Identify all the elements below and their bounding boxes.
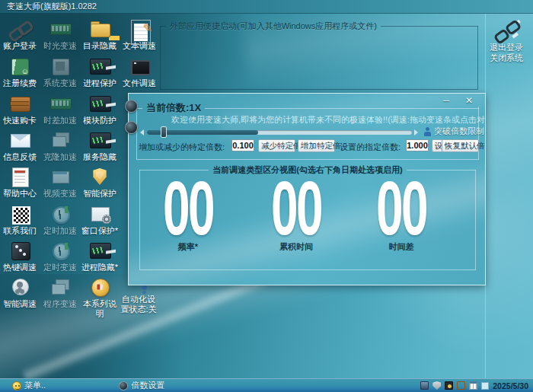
icon-label: 进程隐藏*	[80, 263, 120, 272]
icon-label: 账户登录	[0, 41, 40, 51]
monitor-chart-icon	[88, 94, 111, 113]
desktop-icon-window-protect[interactable]: 窗口保护*	[80, 203, 120, 236]
desktop-icon-text-speed[interactable]: 文本调速	[120, 18, 159, 51]
icon-label: 热键调速	[0, 263, 40, 272]
remote-desktop-icon[interactable]	[420, 381, 429, 390]
desktop-icon-module-protect[interactable]: 模块防护	[80, 93, 120, 126]
desktop-icon-file-speed[interactable]: 文件调速	[120, 56, 159, 88]
icon-label: 视频变速	[40, 189, 80, 199]
desktop-icon-contact-us[interactable]: 联系我们	[0, 203, 40, 236]
desktop-icon-process-hide[interactable]: 进程隐藏*	[80, 240, 120, 272]
app-face-icon[interactable]	[445, 381, 453, 390]
clock-icon	[49, 241, 72, 260]
icon-label: 帮助中心	[0, 189, 40, 199]
decrease-button[interactable]: 减少特定倍	[258, 139, 295, 152]
desktop-icon-hotkey-speed[interactable]: 热键调速	[0, 240, 40, 272]
hidden-desktop-icon-sliver[interactable]	[125, 121, 138, 134]
black-window-icon	[128, 56, 151, 76]
menu-button[interactable]: 菜单..	[0, 380, 46, 391]
folder-icon	[88, 19, 111, 39]
target-value-input[interactable]	[406, 139, 429, 151]
desktop-icon-smart-protect[interactable]: 智能保护	[80, 166, 120, 199]
multiplier-dialog: ─ ✕ 当前倍数:1X 欢迎使用变速大师,即将为您的计算机带来不同的极速体验!!…	[128, 93, 486, 285]
multiplier-settings-task-button[interactable]: 倍数设置	[119, 380, 164, 391]
shield-icon[interactable]	[432, 381, 441, 390]
icon-label: 文件调速	[120, 78, 159, 88]
counter-time-diff: 00 时间差	[354, 179, 448, 253]
break-limit-toggle[interactable]: 突破倍数限制	[424, 126, 484, 137]
ram-stick-icon	[49, 19, 72, 39]
logout-label-line2: 关闭系统	[484, 53, 528, 64]
icon-label: 时差加速	[40, 116, 80, 126]
dark-globe-icon	[119, 381, 128, 390]
desktop-icon-series-readme[interactable]: 本系列说明	[80, 276, 120, 319]
title-bar: 变速大师(旗舰版)1.0282	[0, 0, 533, 14]
desktop-icon-dir-hide[interactable]: 目录隐藏	[80, 18, 120, 51]
system-tray: 2025/5/30	[420, 381, 533, 390]
desktop-icon-help-center[interactable]: 帮助中心	[0, 166, 40, 199]
newspaper-icon	[8, 167, 31, 186]
icon-label: 信息反馈	[0, 152, 40, 162]
calendar-icon[interactable]	[469, 381, 477, 390]
icon-label: 模块防护	[80, 116, 120, 126]
broken-chain-icon	[495, 21, 518, 40]
external-app-launch-area	[160, 26, 478, 90]
person-lock-icon	[424, 127, 431, 136]
logout-label-line1: 退出登录	[484, 43, 528, 53]
monitor-chart-icon	[88, 130, 111, 150]
desktop-icon-timezone-accel[interactable]: 时差加速	[40, 93, 80, 126]
icon-label: 程序变速	[40, 299, 80, 309]
person-icon	[8, 277, 31, 297]
slider-right-arrow[interactable]	[414, 129, 418, 135]
cascade-windows-icon	[49, 277, 72, 297]
reset-button[interactable]: 恢复默认倍	[442, 139, 479, 152]
tray-date[interactable]: 2025/5/30	[493, 381, 528, 390]
icon-label: 智能保护	[80, 189, 120, 199]
desktop-icon-system-speed[interactable]: 系统变速	[40, 56, 80, 88]
qr-code-icon	[8, 204, 31, 224]
gray-module-icon	[49, 56, 72, 76]
desktop-icon-account-login[interactable]: 账户登录	[0, 18, 40, 51]
external-app-groupbox-label: 外部应用便捷启动(可加入其他Windows应用程序或文件)	[166, 21, 381, 32]
envelope-icon	[8, 130, 31, 150]
icon-label: 定时变速	[40, 263, 80, 272]
desktop-icon-buy-card[interactable]: 快速购卡	[0, 93, 40, 126]
multiplier-groupbox-header: 当前倍数:1X	[136, 101, 479, 115]
desktop-icon-timed-accel[interactable]: 定时加速	[40, 203, 80, 236]
slider-thumb[interactable]	[161, 126, 167, 138]
wallet-icon	[8, 94, 31, 113]
desktop-icon-logout-shutdown[interactable]: 退出登录 关闭系统	[484, 20, 528, 64]
speed-slider-track[interactable]	[147, 130, 412, 135]
counter-value: 00	[158, 179, 218, 237]
icon-label: 快速购卡	[0, 116, 40, 126]
target-label: 设置的指定倍数:	[340, 142, 401, 153]
shield-icon	[88, 167, 111, 186]
taskbar: 菜单.. 倍数设置 2025/5/30	[0, 378, 533, 392]
welcome-text: 欢迎使用变速大师,即将为您的计算机带来不同的极速体验!!(调速:拖动变速条或点击…	[171, 114, 468, 126]
desktop-icon-timed-speed[interactable]: 定时变速	[40, 240, 80, 272]
multiplier-settings-label: 倍数设置	[131, 380, 164, 391]
desktop-icon-time-speed[interactable]: 时光变速	[40, 18, 80, 51]
desktop-icon-video-speed[interactable]: 视频变速	[40, 166, 80, 199]
desktop-icon-register[interactable]: 注册续费	[0, 56, 40, 88]
desktop-icon-feedback[interactable]: 信息反馈	[0, 129, 40, 162]
icon-label: 窗口保护*	[80, 226, 120, 236]
grid-app-icon[interactable]	[457, 381, 465, 390]
desktop-icon-program-speed[interactable]: 程序变速	[40, 276, 80, 309]
counter-accumulated-time: 00 累积时间	[249, 179, 343, 253]
icon-label: 智能调速	[0, 299, 40, 309]
window-title: 变速大师(旗舰版)1.0282	[7, 1, 97, 12]
icon-label: 注册续费	[0, 78, 40, 88]
desktop-icon-smart-speed[interactable]: 智能调速	[0, 276, 40, 309]
desktop-icon-process-protect[interactable]: 进程保护	[80, 56, 120, 88]
increase-button[interactable]: 增加特定倍	[298, 139, 335, 152]
window-gear-icon	[88, 204, 111, 224]
desktop-icon-clone-accel[interactable]: 克隆加速	[40, 129, 80, 162]
smiley-icon	[12, 381, 21, 390]
date-option-checkbox[interactable]	[481, 382, 489, 390]
monitor-chart-icon	[88, 241, 111, 260]
slider-left-arrow[interactable]	[140, 129, 144, 135]
desktop-icon-service-hide[interactable]: 服务隐藏	[80, 129, 120, 162]
step-value-input[interactable]	[231, 139, 254, 151]
hidden-desktop-icon-sliver[interactable]	[125, 100, 138, 113]
